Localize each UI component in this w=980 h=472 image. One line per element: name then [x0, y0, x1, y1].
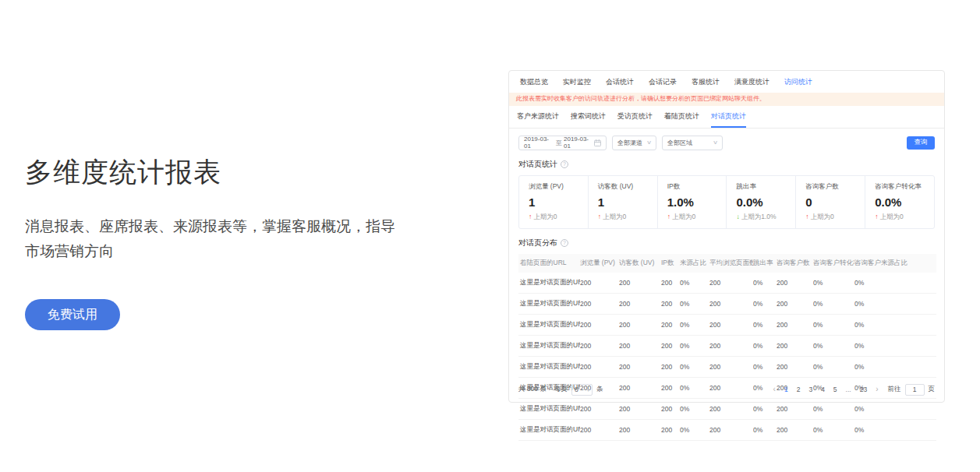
page-number-5[interactable]: 5 — [833, 386, 837, 393]
prev-page-icon[interactable]: ‹ — [773, 386, 776, 393]
page-number-3[interactable]: 3 — [808, 386, 812, 393]
table-cell: 200 — [619, 419, 661, 440]
stat-trend: ↑上期为0 — [529, 213, 585, 222]
column-header-7: 咨询客户数 — [777, 254, 813, 273]
table-cell: 0% — [813, 273, 854, 294]
table-cell: 0% — [813, 293, 854, 314]
stat-label: 咨询客户数 — [805, 182, 861, 192]
page-number-1[interactable]: 1 — [784, 386, 788, 393]
table-row: 这里是对话页面的URL2002002000%2000%2000%0% — [518, 335, 936, 356]
next-page-icon[interactable]: › — [876, 386, 878, 393]
help-icon[interactable]: ? — [561, 160, 568, 168]
trend-up-icon: ↑ — [875, 213, 878, 220]
notice-text: 此报表需实时收集客户的访问轨迹进行分析，请确认想要分析的页面已绑定网站聊天组件。 — [516, 95, 766, 102]
stat-label: 浏览量 (PV) — [529, 182, 585, 192]
column-header-0: 着陆页面的URL — [518, 254, 580, 273]
stat-prev-label: 上期为0 — [533, 213, 557, 220]
sub-tab-1[interactable]: 搜索词统计 — [571, 111, 606, 128]
page-number-2[interactable]: 2 — [797, 386, 801, 393]
top-tabs: 数据总览实时监控会话统计会话记录客服统计满意度统计访问统计 — [509, 71, 944, 93]
table-row: 这里是对话页面的URL2002002000%2000%2000%0% — [518, 356, 936, 377]
top-tab-4[interactable]: 客服统计 — [692, 77, 720, 87]
stat-label: IP数 — [667, 182, 724, 192]
top-tab-5[interactable]: 满意度统计 — [734, 77, 769, 87]
table-cell: 200 — [661, 273, 680, 294]
top-tab-0[interactable]: 数据总览 — [520, 77, 548, 87]
region-select-value: 全部区域 — [667, 139, 692, 147]
per-page-control: 每页 8 ▾ 条 — [554, 384, 603, 396]
table-cell: 200 — [661, 335, 680, 356]
table-cell: 200 — [661, 356, 680, 377]
stat-card-1: 访客数 (UV)1↑上期为0 — [588, 176, 657, 228]
trend-down-icon: ↓ — [736, 213, 739, 220]
total-count-label: 共 800 条 — [518, 385, 547, 394]
table-cell: 0% — [753, 314, 777, 335]
column-header-8: 咨询客户转化率 — [813, 254, 854, 273]
trend-up-icon: ↑ — [805, 213, 808, 220]
help-icon[interactable]: ? — [561, 239, 568, 247]
table-cell: 0% — [680, 314, 709, 335]
date-range-input[interactable]: 2019-03-01 至 2019-03-01 — [518, 136, 607, 150]
table-cell: 0% — [854, 273, 936, 294]
sub-tab-2[interactable]: 受访页统计 — [617, 111, 653, 128]
stat-prev-label: 上期为1.0% — [741, 213, 777, 220]
top-tab-3[interactable]: 会话记录 — [649, 77, 677, 87]
free-trial-button[interactable]: 免费试用 — [25, 299, 120, 330]
per-page-select[interactable]: 8 ▾ — [571, 384, 593, 396]
search-button[interactable]: 查询 — [907, 136, 935, 150]
stat-value: 0.0% — [875, 195, 931, 209]
table-cell: 200 — [580, 293, 619, 314]
table-cell: 0% — [813, 356, 854, 377]
channel-select[interactable]: 全部渠道 ∨ — [612, 136, 656, 150]
table-cell: 200 — [580, 419, 619, 440]
date-end-value: 2019-03-01 — [564, 136, 594, 150]
chevron-down-icon: ∨ — [646, 139, 652, 146]
page-numbers: 12345...23 — [784, 386, 867, 393]
stat-trend: ↑上期为0 — [805, 213, 861, 222]
sub-tab-3[interactable]: 着陆页统计 — [664, 111, 699, 128]
stats-section-header: 对话页统计 ? — [518, 159, 935, 170]
table-cell: 0% — [680, 273, 709, 294]
table-cell: 200 — [661, 293, 680, 314]
table-cell: 0% — [753, 273, 777, 294]
page-ellipsis: ... — [846, 386, 851, 393]
per-page-prefix: 每页 — [554, 385, 568, 394]
hero-section: 多维度统计报表 消息报表、座席报表、来源报表等，掌握客服概况，指导市场营销方向 … — [25, 154, 446, 330]
top-tab-1[interactable]: 实时监控 — [563, 77, 591, 87]
sub-tab-4[interactable]: 对话页统计 — [711, 111, 746, 128]
table-cell: 200 — [580, 398, 619, 419]
table-cell: 200 — [619, 293, 661, 314]
table-row: 这里是对话页面的URL2002002000%2000%2000%0% — [518, 293, 936, 314]
page-number-23[interactable]: 23 — [860, 386, 867, 393]
sub-tab-0[interactable]: 客户来源统计 — [517, 111, 559, 128]
table-cell: 0% — [854, 356, 936, 377]
goto-page-input[interactable] — [905, 384, 925, 396]
goto-label: 前往 — [888, 385, 901, 394]
table-cell: 0% — [854, 398, 936, 419]
stat-trend: ↑上期为0 — [667, 213, 724, 222]
table-cell: 0% — [680, 335, 709, 356]
url-cell: 这里是对话页面的URL — [518, 314, 580, 335]
stat-card-3: 跳出率0.0%↓上期为1.0% — [726, 176, 795, 228]
stat-label: 跳出率 — [736, 182, 792, 192]
column-header-4: 来源占比 — [680, 254, 709, 273]
stat-value: 0.0% — [736, 195, 792, 209]
region-select[interactable]: 全部区域 ∨ — [662, 136, 723, 150]
page-number-4[interactable]: 4 — [821, 386, 825, 393]
table-cell: 200 — [661, 398, 680, 419]
stat-label: 访客数 (UV) — [598, 182, 654, 192]
stat-value: 0 — [805, 195, 861, 209]
trend-up-icon: ↑ — [667, 213, 670, 220]
table-cell: 200 — [619, 314, 661, 335]
table-cell: 0% — [854, 314, 936, 335]
top-tab-2[interactable]: 会话统计 — [606, 77, 634, 87]
table-cell: 200 — [580, 335, 619, 356]
page-title: 多维度统计报表 — [25, 154, 446, 191]
table-cell: 0% — [813, 335, 854, 356]
table-cell: 200 — [777, 314, 813, 335]
chevron-down-icon: ▾ — [587, 387, 589, 393]
distribution-table: 着陆页面的URL浏览量 (PV)访客数 (UV)IP数来源占比平均浏览页面数跳出… — [518, 254, 936, 441]
url-cell: 这里是对话页面的URL — [518, 356, 580, 377]
top-tab-6[interactable]: 访问统计 — [784, 77, 812, 87]
table-cell: 0% — [854, 335, 936, 356]
